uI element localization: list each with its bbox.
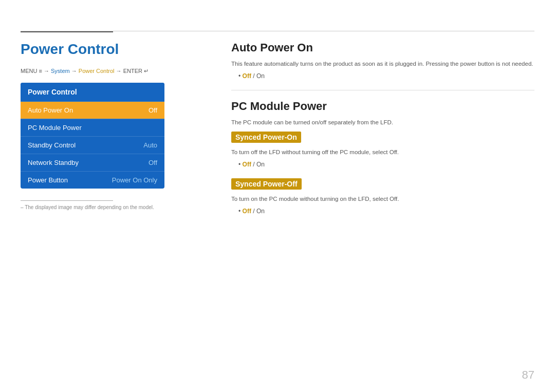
section1-bullet: Off / On [238,72,534,80]
menu-item-value: Auto [143,141,157,149]
synced-power-on-bullet: Off / On [238,161,534,168]
menu-item-label: PC Module Power [28,124,82,132]
breadcrumb-enter: ENTER [123,68,144,74]
section2-desc: The PC module can be turned on/off separ… [231,118,534,127]
synced-power-off-header: Synced Power-Off [231,178,302,190]
synced-off-bullet-on: On [256,208,265,215]
synced-power-on-header: Synced Power-On [231,132,301,143]
synced-on-bullet-on: On [256,161,265,168]
breadcrumb-arrow3: → [115,68,123,74]
breadcrumb-menu: MENU [21,68,39,74]
synced-on-bullet-sep: / [251,161,256,168]
synced-power-off: Synced Power-Off To turn on the PC modul… [231,178,534,215]
synced-power-on-desc: To turn off the LFD without turning off … [231,148,534,157]
synced-off-bullet-off: Off [243,208,251,215]
note-text: – The displayed image may differ dependi… [21,204,154,210]
breadcrumb-system: System [51,68,70,74]
breadcrumb-power-control: Power Control [79,68,115,74]
section1-desc: This feature automatically turns on the … [231,60,534,68]
top-border [21,31,534,31]
breadcrumb: MENU ≡ → System → Power Control → ENTER … [21,68,206,74]
menu-item-standby-control[interactable]: Standby Control Auto [21,137,164,154]
menu-header: Power Control [21,83,164,102]
synced-power-off-desc: To turn on the PC module without turning… [231,195,534,203]
menu-item-pc-module-power[interactable]: PC Module Power [21,119,164,136]
left-column: Power Control MENU ≡ → System → Power Co… [21,41,206,189]
menu-item-value: Off [149,106,157,114]
breadcrumb-arrow1: → [42,68,51,74]
section1-bullet-off: Off [243,72,251,80]
menu-item-label: Auto Power On [28,106,73,114]
section-auto-power-on: Auto Power On This feature automatically… [231,41,534,80]
synced-off-bullet-sep: / [251,208,256,215]
menu-item-network-standby[interactable]: Network Standby Off [21,154,164,171]
section-pc-module-power: PC Module Power The PC module can be tur… [231,100,534,215]
page-title: Power Control [21,41,206,58]
page-number: 87 [522,368,534,382]
synced-power-off-bullet: Off / On [238,208,534,215]
menu-box: Power Control Auto Power On Off PC Modul… [21,83,164,189]
menu-item-label: Network Standby [28,159,79,166]
section1-title: Auto Power On [231,41,534,54]
breadcrumb-arrow2: → [70,68,79,74]
synced-on-bullet-off: Off [243,161,251,168]
breadcrumb-enter-icon: ↵ [144,68,149,74]
note-line [21,200,113,201]
section1-bullet-sep: / [251,72,256,80]
menu-item-value: Off [149,159,157,166]
menu-item-auto-power-on[interactable]: Auto Power On Off [21,102,164,119]
menu-item-label: Standby Control [28,141,76,149]
section2-title: PC Module Power [231,100,534,113]
section1-bullet-on: On [256,72,265,80]
synced-power-on: Synced Power-On To turn off the LFD with… [231,132,534,168]
menu-item-power-button[interactable]: Power Button Power On Only [21,172,164,189]
section-divider [231,90,534,90]
menu-item-value: Power On Only [112,176,157,184]
right-column: Auto Power On This feature automatically… [231,41,534,225]
menu-item-label: Power Button [28,176,68,184]
